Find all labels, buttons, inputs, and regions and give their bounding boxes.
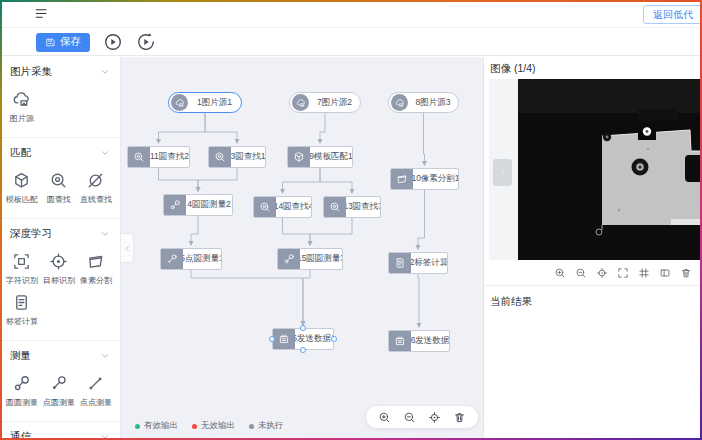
zoom-out-icon [403,411,416,424]
circle-circle-measure-icon [169,199,181,211]
flow-node[interactable]: 1图片源1 [168,92,242,113]
image-source-icon [391,94,408,111]
sidebar-item[interactable]: 字符识别 [3,252,40,287]
sidebar-item[interactable]: 点点测量 [77,374,114,409]
sidebar-item[interactable]: 像素分割 [77,252,114,287]
section-header[interactable]: 图片采集 [0,57,120,83]
prev-image-button[interactable] [493,159,512,186]
legend-item: 未执行 [249,420,284,432]
circle-find-icon [128,147,150,167]
sidebar-item-label: 圆查找 [46,194,70,205]
connection-handle[interactable] [331,336,337,342]
section-header[interactable]: 匹配 [0,138,120,164]
flow-node[interactable]: 14圆查找4 [253,196,312,218]
flow-node[interactable]: 7图片源2 [289,92,361,113]
sidebar-item-label: 字符识别 [5,275,37,286]
send-data-icon [278,333,290,345]
sidebar-item-label: 像素分割 [79,275,111,286]
image-source-icon [175,98,185,108]
sidebar-item[interactable]: 圆圆测量 [3,374,40,409]
sidebar-item[interactable]: 圆查找 [40,171,77,206]
connection-handle[interactable] [300,325,306,331]
section-header[interactable]: 深度学习 [0,219,120,245]
flow-node[interactable]: 6发送数据1 [272,328,334,350]
section-items: 模板匹配圆查找直线查找 [0,164,120,219]
template-match-icon [12,171,31,190]
flow-node[interactable]: 4圆圆测量2 [163,194,233,216]
section-header[interactable]: 测量 [0,341,120,367]
circle-find-icon [329,201,341,213]
sidebar-item[interactable]: 直线查找 [77,171,114,206]
fullscreen-button[interactable] [617,267,629,279]
flow-node[interactable]: 10像素分割1 [390,168,459,190]
circle-find-icon [49,171,68,190]
chevron-down-icon [100,67,110,77]
run-button[interactable] [103,32,123,52]
sidebar-item[interactable]: 模板匹配 [3,171,40,206]
image-source-icon [296,98,306,108]
node-label: 11圆查找2 [150,147,189,167]
flow-node[interactable]: 11圆查找2 [127,146,190,168]
connection-handle[interactable] [269,336,275,342]
back-to-lowcode-button[interactable]: 返回低代 [643,5,702,24]
locate-button[interactable] [428,411,441,424]
flow-canvas[interactable]: 1图片源17图片源28图片源311圆查找23圆查找19模板匹配110像素分割14… [121,57,483,440]
chevron-down-icon [100,148,110,158]
circle-find-icon [209,147,231,167]
legend-item: 有效输出 [135,420,178,432]
image-source-icon [395,98,405,108]
grid-button[interactable] [638,267,650,279]
sidebar-item[interactable]: 点圆测量 [40,374,77,409]
circle-find-icon [133,151,145,163]
send-data-icon [394,335,406,347]
zoom-out-button[interactable] [403,411,416,424]
image-counter: 图像 (1/4) [484,57,702,79]
zoom-out-button[interactable] [575,267,587,279]
connection-handle[interactable] [300,347,306,353]
sidebar-item-label: 点点测量 [79,397,111,408]
status-legend: 有效输出 无效输出 未执行 [135,420,284,432]
flow-node[interactable]: 9模板匹配1 [287,146,353,168]
flow-node[interactable]: 15圆圆测量3 [277,248,343,270]
zoom-in-button[interactable] [554,267,566,279]
panel-collapse-handle[interactable] [121,233,134,263]
section-items: 图片源 [0,83,120,138]
app-header: 返回低代 [0,0,702,28]
section-items: 字符识别目标识别像素分割标签计算 [0,245,120,341]
sidebar-item[interactable]: 图片源 [3,90,40,125]
image-source-icon [12,90,31,109]
flow-node[interactable]: 5点圆测量1 [160,248,222,270]
flow-node[interactable]: 13圆查找3 [323,196,381,218]
flow-node[interactable]: 12标签计算1 [388,252,448,274]
trash-button[interactable] [453,411,466,424]
legend-dot [192,424,197,429]
sidebar-item[interactable]: 目标识别 [40,252,77,287]
circle-find-icon [254,197,276,217]
menu-icon[interactable] [34,6,49,21]
image-source-icon [171,94,188,111]
play-icon [103,32,123,52]
sidebar-item-label: 圆圆测量 [5,397,37,408]
zoom-in-icon [554,267,566,279]
zoom-in-button[interactable] [378,411,391,424]
pixel-segment-icon [391,169,413,189]
section-header[interactable]: 通信 [0,422,120,440]
node-label: 10像素分割1 [413,169,458,189]
chevron-down-icon [100,229,110,239]
legend-item: 无效输出 [192,420,235,432]
flow-node[interactable]: 16发送数据2 [388,330,450,352]
pixel-segment-icon [396,173,408,185]
locate-button[interactable] [596,267,608,279]
trash-button[interactable] [680,267,692,279]
sidebar-item[interactable]: 标签计算 [3,293,40,328]
chevron-left-icon [123,244,132,253]
grid-icon [638,267,650,279]
save-button[interactable]: 保存 [36,33,90,52]
flow-node[interactable]: 8图片源3 [388,92,459,113]
flow-node[interactable]: 3圆查找1 [208,146,266,168]
current-result-title: 当前结果 [484,286,702,318]
run-loop-button[interactable] [136,32,156,52]
template-match-icon [293,151,305,163]
fit-button[interactable] [659,267,671,279]
viewer-nav-strip [489,79,518,260]
